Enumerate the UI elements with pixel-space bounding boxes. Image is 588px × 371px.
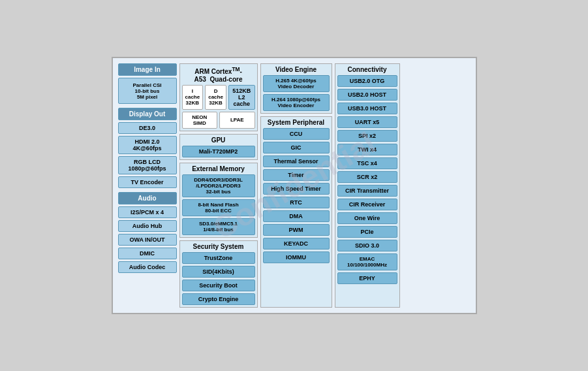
tv-encoder-block: TV Encoder (118, 176, 177, 188)
display-out-section: Display Out DE3.0 HDMI 2.04K@60fps RGB L… (118, 108, 177, 188)
timer-block: Timer (263, 169, 330, 181)
usb20-host-block: USB2.0 HOST (337, 89, 397, 101)
image-in-parallel: Parallel CSI10-bit bus5M pixel (118, 78, 177, 104)
audio-section: Audio I2S/PCM x 4 Audio Hub OWA IN/OUT D… (118, 192, 177, 273)
audio-codec-block: Audio Codec (118, 261, 177, 273)
keyadc-block: KEYADC (263, 238, 330, 250)
l2-block: 512KB L2 cache (228, 85, 255, 110)
uart-block: UART x5 (337, 116, 397, 128)
tsc-block: TSC x4 (337, 157, 397, 169)
neon-block: NEONSIMD (182, 112, 218, 129)
image-in-header: Image In (118, 63, 177, 76)
h265-block: H.265 4K@60fpsVideo Decoder (263, 75, 330, 92)
display-out-header: Display Out (118, 108, 177, 120)
thermal-sensor-block: Thermal Sensor (263, 155, 330, 167)
high-speed-timer-block: High Speed Timer (263, 183, 330, 195)
dma-block: DMA (263, 210, 330, 222)
dcache-block: D cache32KB (205, 85, 226, 110)
cortex-section: ARM CortexTM-A53 Quad-core I cache32KB D… (179, 63, 258, 131)
crypto-engine-block: Crypto Engine (182, 293, 255, 305)
connectivity-header: Connectivity (337, 66, 397, 73)
hdmi-block: HDMI 2.04K@60fps (118, 136, 177, 154)
rgb-lcd-block: RGB LCD1080p@60fps (118, 156, 177, 174)
usb20-otg-block: USB2.0 OTG (337, 75, 397, 87)
owa-block: OWA IN/OUT (118, 234, 177, 246)
ccu-block: CCU (263, 128, 330, 140)
chip-diagram: Confidential Image In Parallel CSI10-bit… (112, 57, 477, 314)
mali-block: Mali-T720MP2 (182, 146, 255, 157)
twi-block: TWI x4 (337, 144, 397, 155)
connectivity-section: Connectivity USB2.0 OTG USB2.0 HOST USB3… (335, 63, 400, 307)
h264-block: H.264 1080p@60fpsVideo Encoder (263, 94, 330, 111)
cir-tx-block: CIR Transmitter (337, 185, 397, 197)
scr-block: SCR x2 (337, 171, 397, 183)
security-section: Security System TrustZone SID(4Kbits) Se… (179, 240, 258, 308)
cir-rx-block: CIR Receiver (337, 199, 397, 210)
sys-peripheral-header: System Peripheral (263, 119, 330, 126)
sys-peripheral-section: System Peripheral CCU GIC Thermal Sensor… (260, 116, 332, 307)
sd-block: SD3.0/eMMC5.11/4/8-bit bus (182, 218, 255, 235)
i2s-block: I2S/PCM x 4 (118, 206, 177, 218)
audio-header: Audio (118, 192, 177, 204)
trustzone-block: TrustZone (182, 252, 255, 264)
image-in-section: Image In Parallel CSI10-bit bus5M pixel (118, 63, 177, 104)
video-engine-section: Video Engine H.265 4K@60fpsVideo Decoder… (260, 63, 332, 114)
dmic-block: DMIC (118, 248, 177, 259)
spi-block: SPI x2 (337, 130, 397, 142)
lpae-block: LPAE (219, 112, 255, 129)
pwm-block: PWM (263, 224, 330, 236)
usb30-host-block: USB3.0 HOST (337, 103, 397, 114)
security-boot-block: Security Boot (182, 280, 255, 291)
pcie-block: PCIe (337, 226, 397, 238)
sdio-block: SDIO 3.0 (337, 240, 397, 251)
ddr-block: DDR4/DDR3/DDR3L/LPDDR2/LPDDR332-bit bus (182, 174, 255, 197)
nand-block: 8-bit Nand Flash80-bit ECC (182, 199, 255, 216)
gic-block: GIC (263, 142, 330, 153)
ext-memory-section: External Memory DDR4/DDR3/DDR3L/LPDDR2/L… (179, 163, 258, 238)
ext-memory-header: External Memory (182, 165, 255, 172)
rtc-block: RTC (263, 197, 330, 208)
emac-block: EMAC10/100/1000MHz (337, 253, 397, 270)
cortex-header: ARM CortexTM-A53 Quad-core (182, 66, 255, 82)
security-header: Security System (182, 243, 255, 250)
one-wire-block: One Wire (337, 212, 397, 224)
audio-hub-block: Audio Hub (118, 220, 177, 232)
de30-block: DE3.0 (118, 122, 177, 134)
icache-block: I cache32KB (182, 85, 204, 110)
ephy-block: EPHY (337, 272, 397, 284)
gpu-section: GPU Mali-T720MP2 (179, 134, 258, 160)
iommu-block: IOMMU (263, 251, 330, 263)
video-engine-header: Video Engine (263, 66, 330, 73)
gpu-header: GPU (182, 137, 255, 144)
sid-block: SID(4Kbits) (182, 266, 255, 278)
